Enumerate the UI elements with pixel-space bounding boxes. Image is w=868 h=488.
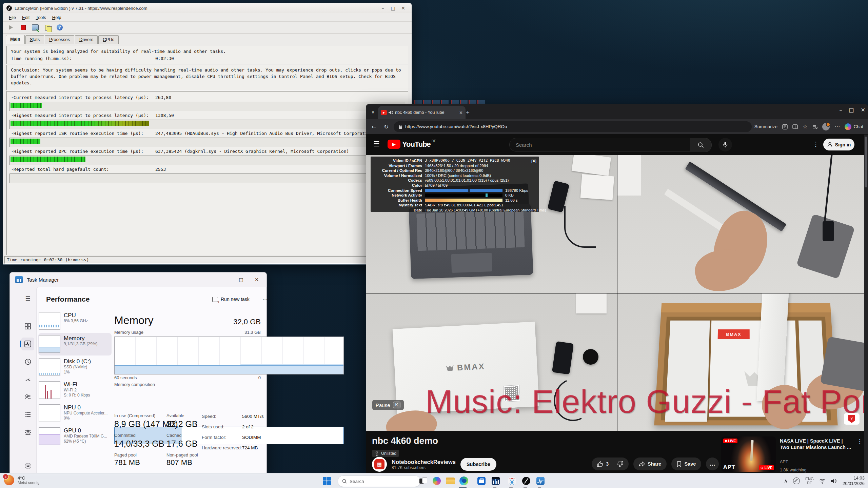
tray-chevron-icon[interactable]: ∧ — [784, 478, 788, 484]
like-dislike-pill[interactable]: 3 — [592, 458, 629, 470]
weather-widget[interactable]: 3 4°C Meist sonnig — [4, 475, 40, 485]
sidebar-item-services[interactable] — [23, 428, 32, 436]
video-player[interactable]: BMAX BMAX — [366, 155, 868, 431]
scrollbar-thumb[interactable] — [865, 137, 867, 187]
sidebar-item-users[interactable] — [23, 392, 32, 401]
perf-card-wifi[interactable]: Wi-FiWi-Fi 2S: 0 R: 0 Kbps — [39, 381, 111, 399]
help-button[interactable]: ? — [55, 23, 64, 32]
maximize-button[interactable]: □ — [849, 107, 854, 113]
monitor-app-icon[interactable] — [490, 475, 501, 486]
latencymon-taskbar-icon[interactable] — [521, 475, 532, 486]
settings-gear-icon[interactable] — [23, 461, 32, 470]
perf-card-gpu[interactable]: GPU 0AMD Radeon 780M G...62% (45 °C) — [39, 427, 111, 445]
stats-overlay-close[interactable]: [X] — [531, 159, 536, 164]
thumbs-up-icon[interactable] — [597, 461, 603, 467]
share-button[interactable]: Share — [633, 458, 667, 470]
tab-drivers[interactable]: Drivers — [75, 35, 98, 44]
taskbar-search[interactable]: Search — [338, 475, 420, 487]
tab-main[interactable]: Main — [6, 35, 25, 44]
related-thumbnail[interactable]: LIVE ⊙LIVE APT — [721, 436, 776, 472]
sidebar-item-processes[interactable] — [23, 322, 32, 331]
perf-card-cpu[interactable]: CPU8% 3,56 GHz — [39, 312, 111, 330]
hamburger-icon[interactable]: ☰ — [23, 294, 32, 303]
related-more-icon[interactable]: ⋮ — [857, 438, 863, 445]
stop-monitor-button[interactable] — [19, 23, 27, 32]
task-view-icon[interactable] — [418, 475, 429, 486]
collections-icon[interactable] — [812, 124, 817, 129]
close-button[interactable]: ✕ — [398, 4, 408, 12]
copilot-icon[interactable] — [431, 475, 442, 486]
more-menu-icon[interactable]: ⋯ — [834, 123, 840, 130]
browser-scrollbar[interactable] — [864, 135, 868, 473]
channel-avatar[interactable]: ▦ — [372, 457, 387, 472]
start-button[interactable] — [321, 475, 332, 486]
maximize-button[interactable]: □ — [233, 274, 249, 285]
menu-edit[interactable]: Edit — [19, 14, 33, 21]
menu-file[interactable]: File — [6, 14, 19, 21]
snipping-tool-icon[interactable] — [507, 475, 517, 486]
back-button[interactable]: ← — [369, 122, 379, 131]
profile-avatar[interactable] — [822, 123, 830, 130]
latencymon-titlebar[interactable]: LatencyMon (Home Edition ) v 7.31 - http… — [3, 3, 412, 13]
favorites-star-icon[interactable]: ☆ — [803, 123, 807, 130]
subscribe-button[interactable]: Subscribe — [460, 458, 496, 471]
reload-button[interactable]: ↻ — [381, 122, 391, 131]
taskmanager-titlebar[interactable]: Task Manager – □ ✕ — [10, 272, 267, 287]
thumbs-down-icon[interactable] — [617, 461, 623, 467]
save-button[interactable]: Save — [671, 458, 701, 470]
tab-processes[interactable]: Processes — [45, 35, 74, 44]
run-new-task-button[interactable]: Run new task — [212, 297, 250, 302]
summarize-icon[interactable] — [782, 124, 788, 129]
youtube-menu-icon[interactable]: ☰ — [373, 140, 380, 148]
minimize-button[interactable]: – — [378, 4, 388, 12]
close-button[interactable]: ✕ — [249, 274, 264, 285]
start-monitor-button[interactable] — [6, 23, 15, 32]
search-button[interactable] — [690, 138, 712, 152]
address-bar[interactable]: https://www.youtube.com/watch?v=J-x8HPyQ… — [394, 121, 752, 132]
wifi-icon[interactable] — [819, 479, 826, 484]
clock[interactable]: 14:03 20/01/2026 — [843, 475, 865, 486]
volume-icon[interactable] — [831, 479, 837, 484]
edge-icon[interactable] — [458, 475, 469, 486]
tab-search-chevron[interactable]: ∨ — [369, 108, 377, 116]
copy-report-button[interactable] — [43, 23, 52, 32]
perf-card-memory[interactable]: Memory9,1/31,3 GB (29%) — [39, 335, 111, 353]
more-options-button[interactable]: ... — [262, 294, 268, 301]
task-manager-taskbar-icon[interactable] — [535, 475, 546, 486]
close-button[interactable]: ✕ — [861, 107, 865, 113]
maximize-button[interactable]: □ — [388, 4, 398, 12]
tab-stats[interactable]: Stats — [25, 35, 44, 44]
perf-card-disk[interactable]: Disk 0 (C:)SSD (NVMe)1% — [39, 358, 111, 376]
minimize-button[interactable]: – — [218, 274, 233, 285]
sidebar-item-details[interactable] — [23, 410, 32, 419]
minimize-button[interactable]: – — [839, 107, 842, 113]
tab-cpus[interactable]: CPUs — [98, 35, 119, 44]
youtube-logo[interactable]: ▶ YouTube DE — [388, 140, 435, 149]
perf-card-npu[interactable]: NPU 0NPU Compute Acceler...0% — [39, 404, 111, 422]
microsoft-store-icon[interactable] — [476, 475, 487, 486]
onedrive-paused-icon[interactable] — [793, 477, 800, 484]
tab-close-icon[interactable]: ✕ — [459, 110, 463, 115]
split-screen-icon[interactable] — [792, 124, 798, 129]
browser-tab[interactable]: ▶ nbc 4k60 demo - YouTube ✕ — [378, 106, 466, 119]
sidebar-item-performance[interactable] — [23, 340, 32, 348]
analyze-button[interactable] — [31, 23, 40, 32]
related-channel[interactable]: APT — [780, 460, 788, 464]
file-explorer-icon[interactable] — [445, 475, 456, 486]
sidebar-item-app-history[interactable] — [23, 357, 32, 366]
menu-help[interactable]: Help — [49, 14, 64, 21]
sign-in-button[interactable]: Sign in — [823, 139, 854, 150]
more-actions-button[interactable]: ... — [706, 458, 719, 470]
youtube-more-icon[interactable]: ⋮ — [813, 140, 819, 147]
channel-name[interactable]: NotebookcheckReviews — [392, 459, 456, 465]
sidebar-item-startup-apps[interactable] — [23, 375, 32, 384]
related-title[interactable]: NASA LIVE | SpaceX LIVE | Two Lunar Miss… — [780, 438, 853, 451]
channel-watermark[interactable]: Y — [844, 413, 860, 425]
tab-audio-icon[interactable] — [389, 110, 393, 115]
voice-search-button[interactable] — [718, 138, 732, 151]
copilot-chat-button[interactable]: Chat — [845, 123, 863, 130]
new-tab-button[interactable]: ＋ — [465, 108, 471, 116]
search-input[interactable]: Search — [509, 138, 697, 151]
summarize-button[interactable]: Summarize — [754, 124, 777, 129]
language-switcher[interactable]: ENG DE — [805, 477, 814, 485]
